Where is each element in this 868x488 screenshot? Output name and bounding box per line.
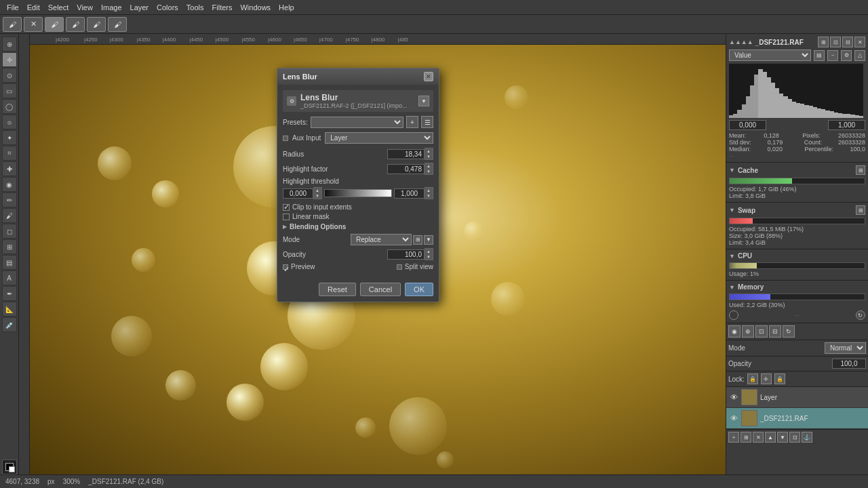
layers-tool-4[interactable]: ⊟ <box>769 325 781 338</box>
menu-image[interactable]: Image <box>97 2 126 13</box>
tool-preset-6[interactable]: 🖌 <box>108 17 127 32</box>
layer-raf-visibility-eye[interactable]: 👁 <box>729 413 738 423</box>
hist-icon-3[interactable]: ⊟ <box>842 37 853 47</box>
dialog-titlebar[interactable]: Lens Blur ✕ <box>277 68 439 85</box>
menu-layer[interactable]: Layer <box>126 2 153 13</box>
mode-icon-2[interactable]: ▼ <box>424 235 433 245</box>
layers-tool-1[interactable]: ◉ <box>728 325 741 338</box>
menu-file[interactable]: File <box>3 2 23 13</box>
memory-refresh-btn[interactable]: ↻ <box>856 310 865 320</box>
radius-spin-down[interactable]: ▼ <box>425 154 433 159</box>
layers-up-btn[interactable]: ▲ <box>765 432 776 443</box>
memory-collapse-icon[interactable]: ▼ <box>729 284 735 291</box>
tool-preset-5[interactable]: 🖌 <box>87 17 106 32</box>
swap-collapse-icon[interactable]: ▼ <box>729 207 735 214</box>
layer-item-layer[interactable]: 👁 Layer <box>726 387 868 408</box>
highlight-factor-spin-up[interactable]: ▲ <box>425 163 433 169</box>
hist-max-input[interactable] <box>828 120 865 130</box>
reset-button[interactable]: Reset <box>319 283 356 296</box>
highlight-factor-spin-down[interactable]: ▼ <box>425 169 433 174</box>
cache-collapse-icon[interactable]: ▼ <box>729 167 735 174</box>
layer-opacity-input[interactable] <box>832 359 866 369</box>
tool-colorpick[interactable]: 💉 <box>2 317 17 332</box>
menu-windows[interactable]: Windows <box>236 2 275 13</box>
hist-linear-btn[interactable]: ▤ <box>814 50 825 61</box>
presets-select[interactable] <box>311 117 403 128</box>
layers-down-btn[interactable]: ▼ <box>777 432 788 443</box>
hist-warning-btn[interactable]: △ <box>854 50 865 61</box>
highlight-factor-input[interactable] <box>387 164 425 174</box>
tool-clone[interactable]: ◉ <box>2 177 17 192</box>
plugin-expand-btn[interactable]: ▼ <box>418 96 429 106</box>
menu-tools[interactable]: Tools <box>182 2 208 13</box>
aux-layer-select[interactable]: Layer <box>325 132 433 144</box>
linear-mask-checkbox[interactable] <box>283 214 290 220</box>
cancel-button[interactable]: Cancel <box>360 283 401 296</box>
lock-all-btn[interactable]: 🔒 <box>774 373 785 384</box>
tool-lasso[interactable]: ⌾ <box>2 115 17 129</box>
tool-bucket[interactable]: ⊞ <box>2 239 17 254</box>
layer-item-raf[interactable]: 👁 _DSF2121.RAF <box>726 408 868 429</box>
tool-pencil[interactable]: ✏ <box>2 192 17 207</box>
histogram-dropdown[interactable]: Value <box>729 49 811 61</box>
preview-checkbox[interactable]: ✓ <box>283 264 288 270</box>
layers-tool-5[interactable]: ↻ <box>783 325 795 338</box>
menu-select[interactable]: Select <box>44 2 73 13</box>
layers-tool-3[interactable]: ⊡ <box>755 325 768 338</box>
tool-paintbrush[interactable]: 🖌 <box>2 208 17 223</box>
hist-icon-1[interactable]: ⊞ <box>818 37 829 47</box>
tool-paths[interactable]: ✒ <box>2 286 17 301</box>
tool-zoom[interactable]: ⊙ <box>2 68 17 83</box>
cache-expand-btn[interactable]: ⊞ <box>856 165 865 175</box>
tool-preset-4[interactable]: 🖌 <box>66 17 85 32</box>
tool-text[interactable]: A <box>2 270 17 285</box>
layers-tool-2[interactable]: ⊕ <box>742 325 754 338</box>
canvas-area[interactable]: |4200 |4250 |4300 |4350 |4400 |4450 |450… <box>19 34 726 474</box>
hist-min-input[interactable] <box>729 120 766 130</box>
hist-icon-4[interactable]: ✕ <box>854 37 865 47</box>
hist-settings-btn[interactable]: ⚙ <box>841 50 852 61</box>
menu-colors[interactable]: Colors <box>153 2 182 13</box>
hist-icon-2[interactable]: ⊡ <box>830 37 841 47</box>
ok-button[interactable]: OK <box>405 283 433 296</box>
menu-view[interactable]: View <box>73 2 97 13</box>
tool-preset-3[interactable]: 🖌 <box>45 17 64 32</box>
tool-crosshair[interactable]: ✛ <box>2 52 17 67</box>
menu-edit[interactable]: Edit <box>23 2 44 13</box>
layers-anchor-btn[interactable]: ⚓ <box>802 432 812 443</box>
threshold-max-spin-up[interactable]: ▲ <box>425 188 433 193</box>
aux-input-checkbox[interactable] <box>283 136 288 141</box>
swap-expand-btn[interactable]: ⊞ <box>856 205 865 215</box>
opacity-input[interactable] <box>387 249 425 260</box>
tool-crop[interactable]: ⌗ <box>2 146 17 161</box>
opacity-spin-up[interactable]: ▲ <box>425 249 433 254</box>
threshold-min-spin-down[interactable]: ▼ <box>313 193 321 199</box>
tool-preset-2[interactable]: ✕ <box>24 17 43 32</box>
tool-heal[interactable]: ✚ <box>2 161 17 176</box>
tool-eraser[interactable]: ◻ <box>2 224 17 239</box>
preset-menu-btn[interactable]: ☰ <box>421 116 433 128</box>
layers-delete-btn[interactable]: ✕ <box>753 432 764 443</box>
dialog-close-button[interactable]: ✕ <box>424 72 433 81</box>
layers-duplicate-btn[interactable]: ⊡ <box>789 432 800 443</box>
threshold-max-spin-down[interactable]: ▼ <box>425 193 433 199</box>
hist-log-btn[interactable]: ~ <box>827 50 838 61</box>
tool-gradient[interactable]: ▤ <box>2 255 17 270</box>
preset-add-btn[interactable]: + <box>406 116 418 128</box>
threshold-slider[interactable] <box>324 189 392 197</box>
tool-wand[interactable]: ✦ <box>2 130 17 145</box>
mode-select[interactable]: Replace <box>351 234 412 245</box>
menu-filters[interactable]: Filters <box>208 2 237 13</box>
layers-group-btn[interactable]: ⊞ <box>741 432 751 443</box>
mode-icon-1[interactable]: ⊞ <box>413 235 422 245</box>
clip-checkbox[interactable]: ✓ <box>283 204 290 211</box>
radius-spin-up[interactable]: ▲ <box>425 148 433 154</box>
lock-position-btn[interactable]: ✛ <box>761 373 772 384</box>
tool-ellipse[interactable]: ◯ <box>2 99 17 114</box>
layer-mode-select[interactable]: Normal <box>825 342 866 354</box>
blending-expand-icon[interactable]: ▶ <box>283 224 287 230</box>
radius-input[interactable] <box>387 149 425 159</box>
opacity-spin-down[interactable]: ▼ <box>425 254 433 260</box>
tool-rect[interactable]: ▭ <box>2 83 17 98</box>
menu-help[interactable]: Help <box>275 2 298 13</box>
